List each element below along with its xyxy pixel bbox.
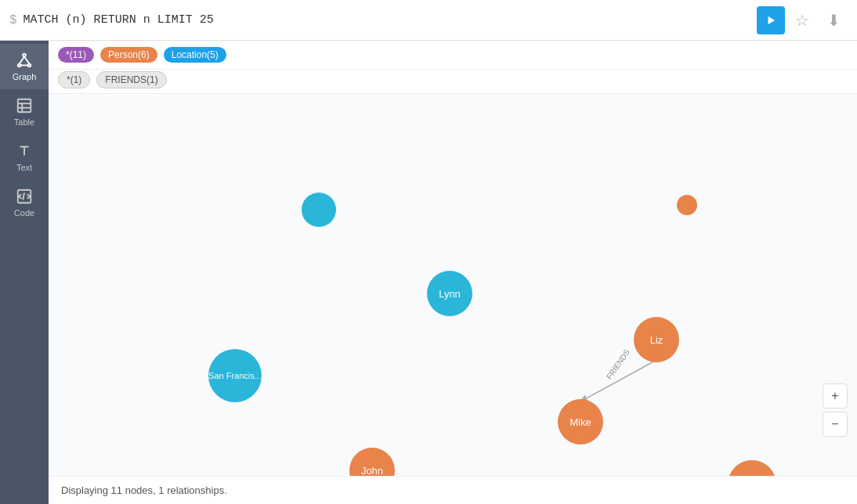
svg-marker-0 bbox=[768, 16, 776, 24]
svg-point-1 bbox=[23, 54, 26, 57]
graph-canvas: FRIENDS Lynn Liz San Francis... Mike Joh… bbox=[49, 94, 857, 476]
filter-bar-rel: *(1) FRIENDS(1) bbox=[49, 70, 857, 94]
node-top-right[interactable] bbox=[677, 195, 697, 215]
filter-bar: *(11) Person(6) Location(5) bbox=[49, 41, 857, 70]
sidebar-text-label: Text bbox=[16, 163, 32, 172]
status-bar: Displaying 11 nodes, 1 relationships. bbox=[49, 476, 857, 504]
node-john[interactable]: John bbox=[349, 448, 395, 476]
badge-location[interactable]: Location(5) bbox=[164, 47, 226, 63]
sidebar-item-table[interactable]: Table bbox=[0, 89, 49, 135]
svg-line-4 bbox=[20, 56, 24, 63]
sidebar-item-code[interactable]: Code bbox=[0, 180, 49, 225]
query-bar: $ ☆ ⬇ bbox=[0, 0, 857, 41]
svg-line-5 bbox=[24, 56, 29, 63]
badge-all[interactable]: *(11) bbox=[58, 47, 94, 63]
node-sanfran[interactable]: San Francis... bbox=[208, 349, 262, 402]
node-mike[interactable]: Mike bbox=[558, 399, 603, 445]
download-button[interactable]: ⬇ bbox=[819, 6, 848, 34]
sidebar-item-text[interactable]: Text bbox=[0, 135, 49, 180]
node-top-center[interactable] bbox=[302, 193, 336, 227]
sidebar-code-label: Code bbox=[14, 208, 34, 218]
query-input[interactable] bbox=[24, 13, 750, 27]
badge-friends[interactable]: FRIENDS(1) bbox=[96, 71, 166, 88]
zoom-controls: + − bbox=[823, 383, 848, 437]
sidebar-table-label: Table bbox=[14, 117, 34, 127]
bookmark-button[interactable]: ☆ bbox=[788, 6, 816, 34]
main-area: Graph Table Text Cod bbox=[0, 41, 857, 504]
node-sally[interactable]: Sally bbox=[728, 460, 776, 476]
status-text: Displaying 11 nodes, 1 relationships. bbox=[61, 484, 227, 496]
edge-label-friends: FRIENDS bbox=[605, 347, 631, 380]
badge-person[interactable]: Person(6) bbox=[100, 47, 157, 63]
zoom-out-button[interactable]: − bbox=[823, 412, 848, 437]
svg-rect-7 bbox=[18, 99, 31, 113]
node-lynn[interactable]: Lynn bbox=[427, 271, 472, 316]
query-dollar: $ bbox=[9, 13, 17, 27]
sidebar-graph-label: Graph bbox=[13, 72, 37, 81]
node-liz[interactable]: Liz bbox=[634, 317, 679, 362]
badge-rel-all[interactable]: *(1) bbox=[58, 71, 90, 88]
run-button[interactable] bbox=[757, 6, 785, 34]
sidebar: Graph Table Text Cod bbox=[0, 41, 49, 504]
sidebar-item-graph[interactable]: Graph bbox=[0, 44, 49, 89]
content-area: *(11) Person(6) Location(5) *(1) FRIENDS… bbox=[49, 41, 857, 504]
zoom-in-button[interactable]: + bbox=[823, 383, 848, 409]
svg-line-14 bbox=[23, 193, 24, 200]
